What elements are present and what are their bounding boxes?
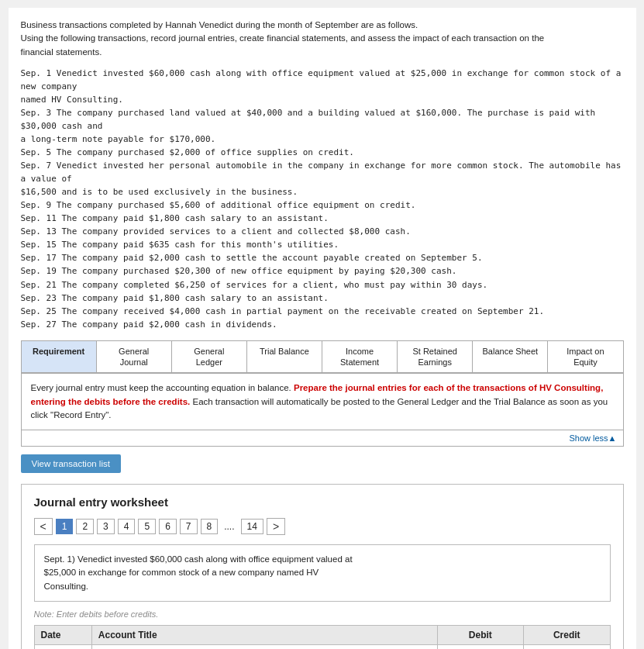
tab-impact-on-equity[interactable]: Impact on Equity (548, 341, 622, 373)
page-14[interactable]: 14 (241, 519, 263, 534)
page-6[interactable]: 6 (159, 519, 177, 534)
transaction-item: Sep. 9 The company purchased $5,600 of a… (21, 198, 624, 212)
transaction-item: Sep. 25 The company received $4,000 cash… (21, 305, 624, 318)
transaction-item: Sep. 27 The company paid $2,000 cash in … (21, 318, 624, 331)
transactions-list: Sep. 1 Venedict invested $60,000 cash al… (21, 67, 624, 331)
credit-cell[interactable] (524, 644, 610, 649)
page-4[interactable]: 4 (118, 519, 136, 534)
col-debit: Debit (437, 625, 523, 644)
page-3[interactable]: 3 (97, 519, 115, 534)
tab-income-statement[interactable]: Income Statement (322, 341, 398, 373)
transaction-item: Sep. 15 The company paid $635 cash for t… (21, 238, 624, 251)
worksheet-title: Journal entry worksheet (34, 495, 611, 509)
show-less-label: Show less▲ (569, 433, 616, 443)
tab-bar: RequirementGeneral JournalGeneral Ledger… (21, 340, 624, 374)
show-less-button[interactable]: Show less▲ (21, 430, 624, 447)
page-1[interactable]: 1 (56, 519, 74, 534)
transaction-item: Sep. 7 Venedict invested her personal au… (21, 159, 624, 185)
date-cell: Sep 01 (34, 644, 91, 649)
intro-paragraph: Business transactions completed by Hanna… (21, 19, 624, 59)
credit-input[interactable] (524, 645, 609, 649)
transaction-item: Sep. 21 The company completed $6,250 of … (21, 278, 624, 292)
transaction-item: Sep. 19 The company purchased $20,300 of… (21, 264, 624, 278)
worksheet-container: Journal entry worksheet < 1 2 3 4 5 6 7 … (21, 484, 624, 649)
account-cell[interactable] (91, 644, 437, 649)
tab-balance-sheet[interactable]: Balance Sheet (473, 341, 548, 373)
col-account: Account Title (91, 625, 437, 644)
intro-line1: Business transactions completed by Hanna… (21, 20, 418, 29)
transaction-description: Sept. 1) Venedict invested $60,000 cash … (34, 544, 611, 602)
tab-general-ledger[interactable]: General Ledger (172, 341, 247, 373)
debit-cell[interactable] (437, 644, 523, 649)
pagination-dots: .... (221, 520, 237, 533)
intro-line2: Using the following transactions, record… (21, 33, 545, 43)
transaction-item: Sep. 13 The company provided services to… (21, 225, 624, 238)
intro-line3: financial statements. (21, 47, 102, 57)
tab-trial-balance[interactable]: Trial Balance (247, 341, 322, 373)
table-row: Sep 01 (34, 644, 610, 649)
transaction-item: Sep. 17 The company paid $2,000 cash to … (21, 251, 624, 264)
note-text: Note: Enter debits before credits. (34, 609, 611, 619)
transaction-item: Sep. 11 The company paid $1,800 cash sal… (21, 212, 624, 225)
transaction-item: a long-term note payable for $170,000. (21, 133, 624, 146)
view-transaction-button[interactable]: View transaction list (21, 454, 121, 473)
page-8[interactable]: 8 (201, 519, 219, 534)
transaction-item: Sep. 5 The company purchased $2,000 of o… (21, 146, 624, 159)
page-5[interactable]: 5 (138, 519, 156, 534)
col-date: Date (34, 625, 91, 644)
page-2[interactable]: 2 (76, 519, 94, 534)
debit-input[interactable] (438, 645, 523, 649)
transaction-item: Sep. 3 The company purchased land valued… (21, 106, 624, 133)
account-input[interactable] (92, 645, 437, 649)
page-7[interactable]: 7 (180, 519, 198, 534)
prev-page-button[interactable]: < (34, 518, 53, 535)
info-box: Every journal entry must keep the accoun… (21, 373, 624, 430)
transaction-item: Sep. 1 Venedict invested $60,000 cash al… (21, 67, 624, 93)
transaction-item: named HV Consulting. (21, 93, 624, 106)
transaction-item: $16,500 and is to be used exclusively in… (21, 185, 624, 198)
tab-general-journal[interactable]: General Journal (97, 341, 172, 373)
pagination: < 1 2 3 4 5 6 7 8 .... 14 > (34, 518, 611, 535)
journal-table: Date Account Title Debit Credit Sep 01 (34, 625, 611, 649)
tab-requirement[interactable]: Requirement (22, 341, 97, 373)
info-normal1: Every journal entry must keep the accoun… (31, 383, 291, 392)
next-page-button[interactable]: > (267, 518, 285, 535)
tab-st-retained-earnings[interactable]: St Retained Earnings (398, 341, 473, 373)
col-credit: Credit (524, 625, 610, 644)
transaction-item: Sep. 23 The company paid $1,800 cash sal… (21, 292, 624, 305)
